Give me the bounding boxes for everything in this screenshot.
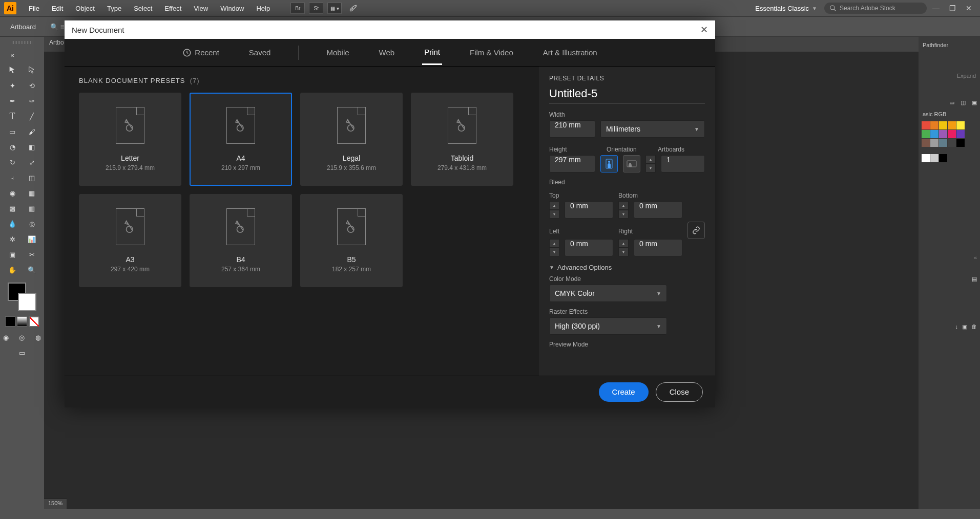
orientation-portrait[interactable]	[600, 155, 618, 172]
orientation-landscape[interactable]	[623, 155, 640, 172]
swatch[interactable]	[948, 121, 956, 129]
menu-help[interactable]: Help	[251, 3, 275, 14]
close-window-button[interactable]: ✕	[962, 3, 976, 13]
draw-normal[interactable]: ◉	[0, 331, 12, 344]
width-tool[interactable]: ⫞	[5, 171, 20, 184]
fill-stroke-swatch[interactable]	[8, 283, 36, 311]
hand-tool[interactable]: ✋	[5, 263, 20, 276]
blend-tool[interactable]: ◎	[24, 217, 39, 230]
swatch[interactable]	[922, 139, 930, 147]
rectangle-tool[interactable]: ▭	[5, 125, 20, 138]
swatch[interactable]	[922, 130, 930, 138]
swatch[interactable]	[939, 121, 947, 129]
panel-icon-1[interactable]: ▭	[949, 99, 954, 106]
preset-tabloid[interactable]: Tabloid279.4 x 431.8 mm	[411, 93, 513, 186]
scale-tool[interactable]: ⤢	[24, 156, 39, 169]
artboards-stepper[interactable]: ▲▼	[645, 155, 656, 172]
tab-mobile[interactable]: Mobile	[324, 41, 351, 64]
bleed-top-input[interactable]: 0 mm	[565, 201, 613, 219]
preset-a4[interactable]: A4210 x 297 mm	[190, 93, 292, 186]
panel-grip[interactable]	[12, 41, 32, 44]
collapse-icon[interactable]: «	[5, 48, 20, 61]
pen-tool[interactable]: ✒	[5, 94, 20, 107]
delete-layer-icon[interactable]: 🗑	[971, 323, 977, 330]
width-input[interactable]: 210 mm	[549, 120, 595, 138]
rotate-tool[interactable]: ↻	[5, 156, 20, 169]
lasso-tool[interactable]: ⟲	[24, 79, 39, 92]
rocket-icon[interactable]	[346, 3, 360, 14]
free-transform-tool[interactable]: ◫	[24, 171, 39, 184]
symbol-sprayer-tool[interactable]: ✲	[5, 232, 20, 246]
direct-selection-tool[interactable]	[24, 63, 39, 77]
raster-select[interactable]: High (300 ppi)▼	[549, 317, 667, 335]
swatch[interactable]	[939, 139, 947, 147]
selection-tool[interactable]	[5, 63, 20, 77]
color-mode-select[interactable]: CMYK Color▼	[549, 285, 667, 302]
stock-icon[interactable]: St	[309, 3, 323, 14]
minimize-button[interactable]: —	[929, 3, 943, 13]
bleed-link-toggle[interactable]	[687, 222, 705, 239]
document-name-field[interactable]: Untitled-5	[549, 87, 705, 104]
bleed-right-stepper[interactable]: ▲▼	[618, 239, 629, 256]
eyedropper-tool[interactable]: 💧	[5, 217, 20, 230]
bleed-bottom-input[interactable]: 0 mm	[634, 201, 682, 219]
pathfinder-panel-tab[interactable]: Pathfinder	[922, 40, 977, 50]
swatch[interactable]	[948, 130, 956, 138]
menu-view[interactable]: View	[189, 3, 213, 14]
search-input[interactable]: Search Adobe Stock	[824, 3, 927, 14]
panel-icon-3[interactable]: ▣	[972, 99, 977, 106]
close-button[interactable]: Close	[656, 382, 703, 402]
zoom-tool[interactable]: 🔍	[24, 263, 39, 276]
preset-b4[interactable]: B4257 x 364 mm	[190, 194, 292, 287]
curvature-tool[interactable]: ✑	[24, 94, 39, 107]
bleed-left-stepper[interactable]: ▲▼	[549, 239, 559, 256]
search-small-icon[interactable]: 🔍	[50, 23, 60, 31]
type-tool[interactable]: T	[5, 110, 20, 123]
bleed-right-input[interactable]: 0 mm	[634, 239, 682, 256]
draw-behind[interactable]: ◎	[16, 331, 28, 344]
swatch[interactable]	[930, 130, 939, 138]
menu-window[interactable]: Window	[215, 3, 249, 14]
swatch[interactable]	[956, 130, 965, 138]
menu-edit[interactable]: Edit	[47, 3, 68, 14]
dialog-close-button[interactable]: ✕	[700, 24, 708, 35]
swatch[interactable]	[948, 139, 956, 147]
swatches-label[interactable]: asic RGB	[922, 109, 977, 119]
mesh-tool[interactable]: ▩	[5, 202, 20, 215]
units-select[interactable]: Millimeters▼	[600, 120, 705, 138]
panel-collapse[interactable]: «	[922, 254, 977, 261]
swatch[interactable]	[930, 139, 939, 147]
preset-b5[interactable]: B5182 x 257 mm	[300, 194, 403, 287]
new-layer-icon[interactable]: ▣	[962, 323, 967, 330]
none-mode-btn[interactable]	[29, 316, 39, 327]
bleed-bottom-stepper[interactable]: ▲▼	[618, 201, 629, 219]
tab-saved[interactable]: Saved	[247, 41, 273, 64]
menu-type[interactable]: Type	[102, 3, 127, 14]
shaper-tool[interactable]: ◔	[5, 140, 20, 154]
new-sublayer-icon[interactable]: ↓	[955, 323, 958, 330]
layer-icon[interactable]: ▤	[922, 276, 977, 283]
tab-recent[interactable]: Recent	[180, 41, 221, 64]
expand-button[interactable]: Expand	[922, 71, 977, 81]
arrange-icon[interactable]: ▦ ▾	[327, 3, 342, 14]
advanced-options-toggle[interactable]: ▼Advanced Options	[549, 264, 705, 271]
maximize-button[interactable]: ❐	[945, 3, 960, 13]
menu-select[interactable]: Select	[129, 3, 157, 14]
gradient-mode-btn[interactable]	[17, 316, 27, 327]
menu-effect[interactable]: Effect	[159, 3, 186, 14]
swatch[interactable]	[922, 121, 930, 129]
perspective-tool[interactable]: ▦	[24, 186, 39, 200]
align-icon[interactable]: ≡	[60, 23, 65, 31]
swatch-white[interactable]	[922, 154, 930, 162]
tab-art-illustration[interactable]: Art & Illustration	[541, 41, 599, 64]
panel-icon-2[interactable]: ◫	[961, 99, 966, 106]
menu-file[interactable]: File	[24, 3, 45, 14]
magic-wand-tool[interactable]: ✦	[5, 79, 20, 92]
swatch[interactable]	[956, 121, 965, 129]
swatch-gray[interactable]	[930, 154, 939, 162]
zoom-level[interactable]: 150%	[44, 499, 67, 509]
artboards-input[interactable]: 1	[661, 155, 705, 172]
preset-letter[interactable]: Letter215.9 x 279.4 mm	[79, 93, 181, 186]
swatch-black[interactable]	[939, 154, 947, 162]
screen-mode[interactable]: ▭	[14, 346, 30, 359]
